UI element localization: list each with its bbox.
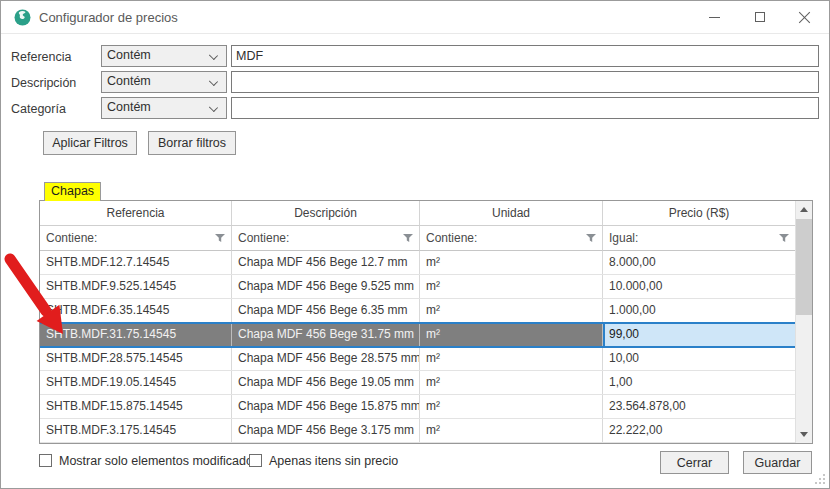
items-without-price-label: Apenas itens sin precio: [269, 454, 398, 468]
filter-cell-unidad[interactable]: Contiene:: [420, 226, 603, 251]
scroll-down-button[interactable]: [796, 426, 813, 443]
column-header-referencia[interactable]: Referencia: [40, 201, 232, 226]
minimize-button[interactable]: [692, 1, 737, 33]
show-modified-checkbox[interactable]: [39, 454, 52, 467]
cell-unidad[interactable]: m²: [420, 251, 603, 274]
categoria-operator-value: Contém: [107, 100, 151, 114]
cell-referencia[interactable]: SHTB.MDF.3.175.14545: [40, 419, 232, 442]
triangle-down-icon: [800, 432, 808, 437]
filter-operator-text: Contiene:: [238, 231, 289, 245]
cell-descripcion[interactable]: Chapa MDF 456 Bege 3.175 mm: [232, 419, 420, 442]
cell-referencia[interactable]: SHTB.MDF.15.875.14545: [40, 395, 232, 418]
referencia-operator-value: Contém: [107, 48, 151, 62]
cell-unidad[interactable]: m²: [420, 347, 603, 370]
cell-descripcion[interactable]: Chapa MDF 456 Bege 15.875 mm: [232, 395, 420, 418]
table-row[interactable]: SHTB.MDF.6.35.14545 Chapa MDF 456 Bege 6…: [40, 299, 795, 323]
cell-referencia[interactable]: SHTB.MDF.28.575.14545: [40, 347, 232, 370]
maximize-icon: [755, 12, 765, 22]
cell-precio[interactable]: 99,00: [603, 324, 795, 346]
cell-referencia[interactable]: SHTB.MDF.9.525.14545: [40, 275, 232, 298]
window-title: Configurador de precios: [39, 10, 178, 25]
descripcion-operator-select[interactable]: Contém: [101, 71, 227, 93]
vertical-scrollbar[interactable]: [795, 201, 812, 443]
chevron-down-icon: [209, 77, 218, 86]
cell-unidad[interactable]: m²: [420, 371, 603, 394]
minimize-icon: [709, 17, 720, 18]
column-header-unidad[interactable]: Unidad: [420, 201, 603, 226]
referencia-filter-input[interactable]: [231, 45, 819, 67]
column-header-precio[interactable]: Precio (R$): [603, 201, 795, 226]
cell-precio[interactable]: 23.564.878,00: [603, 395, 795, 418]
filter-operator-text: Igual:: [609, 231, 638, 245]
table-row[interactable]: SHTB.MDF.15.875.14545 Chapa MDF 456 Bege…: [40, 395, 795, 419]
table-row[interactable]: SHTB.MDF.31.75.14545 Chapa MDF 456 Bege …: [40, 322, 795, 348]
referencia-operator-select[interactable]: Contém: [101, 45, 227, 67]
column-header-descripcion[interactable]: Descripción: [232, 201, 420, 226]
table-row[interactable]: SHTB.MDF.28.575.14545 Chapa MDF 456 Bege…: [40, 347, 795, 371]
close-icon: [798, 11, 811, 24]
categoria-filter-input[interactable]: [231, 97, 819, 119]
grid-rows: SHTB.MDF.12.7.14545 Chapa MDF 456 Bege 1…: [40, 251, 795, 443]
filter-cell-precio[interactable]: Igual:: [603, 226, 795, 251]
cell-referencia[interactable]: SHTB.MDF.6.35.14545: [40, 299, 232, 322]
cell-referencia[interactable]: SHTB.MDF.12.7.14545: [40, 251, 232, 274]
filter-operator-text: Contiene:: [426, 231, 477, 245]
scrollbar-thumb[interactable]: [796, 219, 813, 315]
filter-cell-referencia[interactable]: Contiene:: [40, 226, 232, 251]
triangle-up-icon: [800, 207, 808, 212]
table-row[interactable]: SHTB.MDF.3.175.14545 Chapa MDF 456 Bege …: [40, 419, 795, 443]
cell-unidad[interactable]: m²: [420, 275, 603, 298]
cell-descripcion[interactable]: Chapa MDF 456 Bege 12.7 mm: [232, 251, 420, 274]
clear-filters-button[interactable]: Borrar filtros: [148, 131, 236, 155]
categoria-operator-select[interactable]: Contém: [101, 97, 227, 119]
cell-referencia[interactable]: SHTB.MDF.31.75.14545: [40, 324, 232, 346]
filter-funnel-icon[interactable]: [403, 234, 413, 243]
filter-operator-text: Contiene:: [46, 231, 97, 245]
descripcion-operator-value: Contém: [107, 74, 151, 88]
table-row[interactable]: SHTB.MDF.9.525.14545 Chapa MDF 456 Bege …: [40, 275, 795, 299]
cell-precio[interactable]: 10,00: [603, 347, 795, 370]
cell-descripcion[interactable]: Chapa MDF 456 Bege 31.75 mm: [232, 324, 420, 346]
title-bar: Configurador de precios: [1, 1, 829, 34]
price-grid: Referencia Descripción Unidad Precio (R$…: [39, 200, 813, 444]
cell-descripcion[interactable]: Chapa MDF 456 Bege 6.35 mm: [232, 299, 420, 322]
cell-precio[interactable]: 10.000,00: [603, 275, 795, 298]
cell-descripcion[interactable]: Chapa MDF 456 Bege 19.05 mm: [232, 371, 420, 394]
close-button[interactable]: [782, 1, 827, 33]
apply-filters-button[interactable]: Aplicar Filtros: [43, 131, 137, 155]
maximize-button[interactable]: [737, 1, 782, 33]
categoria-label: Categoría: [11, 102, 66, 116]
table-row[interactable]: SHTB.MDF.19.05.14545 Chapa MDF 456 Bege …: [40, 371, 795, 395]
cell-referencia[interactable]: SHTB.MDF.19.05.14545: [40, 371, 232, 394]
app-globe-icon: [14, 9, 31, 26]
descripcion-label: Descripción: [11, 76, 76, 90]
filter-funnel-icon[interactable]: [779, 234, 789, 243]
table-row[interactable]: SHTB.MDF.12.7.14545 Chapa MDF 456 Bege 1…: [40, 251, 795, 275]
chevron-down-icon: [209, 51, 218, 60]
dialog-window: Configurador de precios Referencia Conté…: [0, 0, 830, 489]
chevron-down-icon: [209, 103, 218, 112]
referencia-label: Referencia: [11, 50, 71, 64]
cell-unidad[interactable]: m²: [420, 299, 603, 322]
close-dialog-button[interactable]: Cerrar: [660, 451, 729, 474]
save-button[interactable]: Guardar: [743, 451, 812, 474]
filter-funnel-icon[interactable]: [215, 234, 225, 243]
tab-chapas[interactable]: Chapas: [44, 182, 101, 201]
filter-funnel-icon[interactable]: [586, 234, 596, 243]
cell-precio[interactable]: 22.222,00: [603, 419, 795, 442]
cell-descripcion[interactable]: Chapa MDF 456 Bege 9.525 mm: [232, 275, 420, 298]
cell-unidad[interactable]: m²: [420, 395, 603, 418]
cell-precio[interactable]: 1,00: [603, 371, 795, 394]
items-without-price-checkbox[interactable]: [249, 454, 262, 467]
cell-precio[interactable]: 8.000,00: [603, 251, 795, 274]
resize-grip[interactable]: [814, 473, 826, 485]
show-modified-label: Mostrar solo elementos modificados: [59, 454, 259, 468]
cell-descripcion[interactable]: Chapa MDF 456 Bege 28.575 mm: [232, 347, 420, 370]
descripcion-filter-input[interactable]: [231, 71, 819, 93]
cell-unidad[interactable]: m²: [420, 324, 603, 346]
cell-precio[interactable]: 1.000,00: [603, 299, 795, 322]
scroll-up-button[interactable]: [796, 201, 813, 218]
filter-cell-descripcion[interactable]: Contiene:: [232, 226, 420, 251]
cell-unidad[interactable]: m²: [420, 419, 603, 442]
